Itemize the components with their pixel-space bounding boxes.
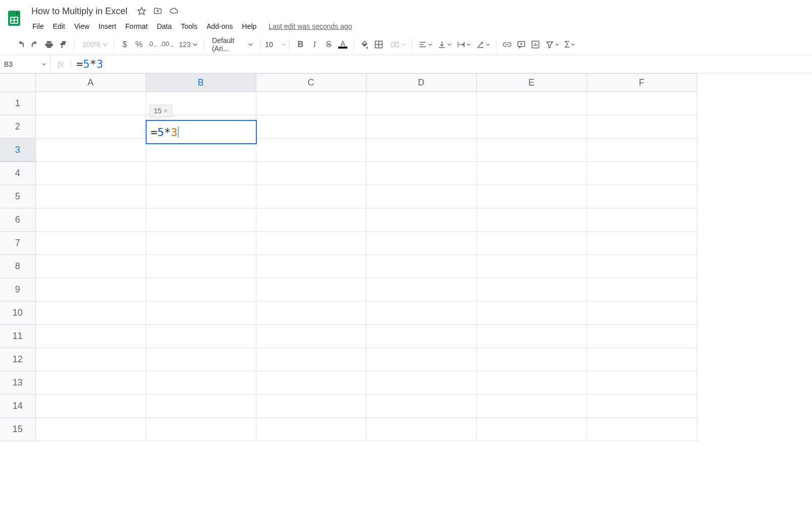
- cell-A9[interactable]: [35, 278, 146, 302]
- cell-A4[interactable]: [35, 162, 146, 185]
- menu-data[interactable]: Data: [153, 20, 176, 32]
- cell-E1[interactable]: [476, 92, 587, 115]
- cell-A14[interactable]: [35, 395, 146, 418]
- cell-D11[interactable]: [366, 325, 476, 348]
- cell-F15[interactable]: [587, 418, 697, 441]
- cell-E7[interactable]: [476, 232, 587, 255]
- cell-B4[interactable]: [146, 162, 256, 185]
- move-folder-icon[interactable]: [153, 6, 163, 16]
- column-header-B[interactable]: B: [146, 74, 256, 92]
- row-header-5[interactable]: 5: [0, 185, 35, 208]
- menu-insert[interactable]: Insert: [95, 20, 120, 32]
- cell-C9[interactable]: [256, 278, 366, 302]
- merge-cells-dropdown[interactable]: [386, 38, 408, 51]
- column-header-D[interactable]: D: [366, 74, 476, 92]
- cell-C15[interactable]: [256, 418, 366, 441]
- font-family-dropdown[interactable]: Default (Ari...: [208, 36, 256, 53]
- cell-E2[interactable]: [476, 115, 587, 139]
- cell-E10[interactable]: [476, 302, 587, 325]
- cell-B11[interactable]: [146, 325, 256, 348]
- horizontal-align-dropdown[interactable]: [416, 40, 434, 49]
- cell-E8[interactable]: [476, 255, 587, 278]
- cell-F6[interactable]: [587, 208, 697, 232]
- formula-bar[interactable]: =5*3: [71, 58, 812, 70]
- last-edit-status[interactable]: Last edit was seconds ago: [268, 22, 352, 30]
- row-header-1[interactable]: 1: [0, 92, 35, 115]
- cell-B13[interactable]: [146, 371, 256, 395]
- cell-D15[interactable]: [366, 418, 476, 441]
- cell-F1[interactable]: [587, 92, 697, 115]
- cell-A13[interactable]: [35, 371, 146, 395]
- borders-button[interactable]: [372, 38, 385, 51]
- cell-D2[interactable]: [366, 115, 476, 139]
- name-box[interactable]: B3: [0, 55, 51, 73]
- undo-button[interactable]: [14, 38, 27, 51]
- document-title[interactable]: How to Multiply in Excel: [28, 5, 130, 18]
- column-header-E[interactable]: E: [476, 74, 587, 92]
- menu-help[interactable]: Help: [238, 20, 261, 32]
- cell-A12[interactable]: [35, 348, 146, 371]
- cell-A10[interactable]: [35, 302, 146, 325]
- cell-D4[interactable]: [366, 162, 476, 185]
- paint-format-button[interactable]: [57, 38, 70, 51]
- cell-F3[interactable]: [587, 139, 697, 162]
- column-header-F[interactable]: F: [587, 74, 697, 92]
- cell-D6[interactable]: [366, 208, 476, 232]
- column-header-C[interactable]: C: [256, 74, 366, 92]
- cell-A8[interactable]: [35, 255, 146, 278]
- cell-B15[interactable]: [146, 418, 256, 441]
- insert-link-button[interactable]: [501, 38, 514, 51]
- decrease-decimal-button[interactable]: .0←: [147, 38, 160, 51]
- cell-D13[interactable]: [366, 371, 476, 395]
- cell-C6[interactable]: [256, 208, 366, 232]
- menu-tools[interactable]: Tools: [177, 20, 202, 32]
- cell-A3[interactable]: [35, 139, 146, 162]
- row-header-14[interactable]: 14: [0, 395, 35, 418]
- bold-button[interactable]: B: [294, 38, 307, 51]
- cell-A1[interactable]: [35, 92, 146, 115]
- cell-F12[interactable]: [587, 348, 697, 371]
- cell-F8[interactable]: [587, 255, 697, 278]
- cell-D3[interactable]: [366, 139, 476, 162]
- cell-D14[interactable]: [366, 395, 476, 418]
- cell-F5[interactable]: [587, 185, 697, 208]
- format-percent-button[interactable]: %: [132, 38, 146, 51]
- strikethrough-button[interactable]: S: [322, 38, 335, 51]
- row-header-8[interactable]: 8: [0, 255, 35, 278]
- cell-C12[interactable]: [256, 348, 366, 371]
- increase-decimal-button[interactable]: .00→: [161, 38, 174, 51]
- row-header-3[interactable]: 3: [0, 139, 35, 162]
- cell-B12[interactable]: [146, 348, 256, 371]
- cell-C4[interactable]: [256, 162, 366, 185]
- cell-C1[interactable]: [256, 92, 366, 115]
- cell-C8[interactable]: [256, 255, 366, 278]
- cell-C3[interactable]: [256, 139, 366, 162]
- zoom-dropdown[interactable]: 200%: [78, 40, 110, 49]
- format-currency-button[interactable]: $: [118, 38, 131, 51]
- cell-E3[interactable]: [476, 139, 587, 162]
- cell-D5[interactable]: [366, 185, 476, 208]
- more-formats-dropdown[interactable]: 123: [175, 40, 200, 49]
- cell-A11[interactable]: [35, 325, 146, 348]
- row-header-12[interactable]: 12: [0, 348, 35, 371]
- insert-chart-button[interactable]: [529, 38, 542, 51]
- row-header-7[interactable]: 7: [0, 232, 35, 255]
- spreadsheet-grid[interactable]: ABCDEF123456789101112131415 15× =5*3: [0, 73, 812, 441]
- close-icon[interactable]: ×: [164, 107, 168, 115]
- text-wrap-dropdown[interactable]: [455, 40, 473, 49]
- row-header-6[interactable]: 6: [0, 208, 35, 232]
- star-icon[interactable]: [137, 6, 147, 16]
- cell-D10[interactable]: [366, 302, 476, 325]
- row-header-9[interactable]: 9: [0, 278, 35, 302]
- cell-D1[interactable]: [366, 92, 476, 115]
- menu-view[interactable]: View: [70, 20, 94, 32]
- cell-C5[interactable]: [256, 185, 366, 208]
- cell-B14[interactable]: [146, 395, 256, 418]
- cell-E4[interactable]: [476, 162, 587, 185]
- cell-E12[interactable]: [476, 348, 587, 371]
- cell-D12[interactable]: [366, 348, 476, 371]
- cell-A2[interactable]: [35, 115, 146, 139]
- italic-button[interactable]: I: [308, 38, 321, 51]
- text-color-button[interactable]: A: [336, 38, 349, 51]
- cell-F14[interactable]: [587, 395, 697, 418]
